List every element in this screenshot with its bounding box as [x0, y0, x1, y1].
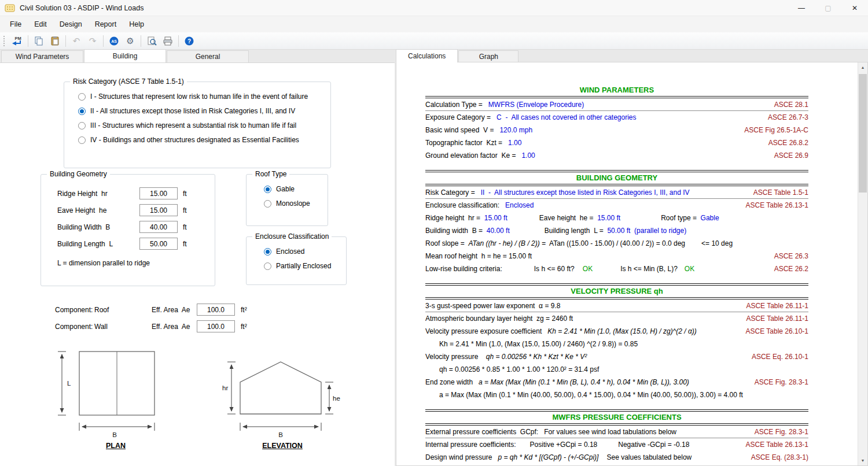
report-row-text: Basic wind speed V = 120.0 mph — [425, 126, 740, 134]
report-row: Ground elevation factor Ke = 1.00ASCE 26… — [425, 149, 808, 162]
report-row: Basic wind speed V = 120.0 mphASCE Fig 2… — [425, 124, 808, 136]
elevation-dim-he-label: he — [333, 395, 340, 402]
risk-category-options: I - Structures that represent low risk t… — [78, 93, 330, 144]
report: WIND PARAMETERSCalculation Type = MWFRS … — [425, 84, 808, 464]
field-unit: ft — [183, 223, 187, 231]
roof-type-option[interactable]: Gable — [264, 185, 328, 193]
menu-item-help[interactable]: Help — [123, 18, 150, 31]
copy-button[interactable] — [31, 34, 46, 48]
tab-wind-parameters[interactable]: Wind Parameters — [1, 50, 83, 62]
toolbar-separator — [178, 35, 179, 47]
radio-button[interactable] — [78, 122, 86, 130]
scroll-down-arrow[interactable]: ▼ — [858, 456, 867, 465]
scrollbar-thumb[interactable] — [859, 74, 867, 193]
report-row: 3-s gust-speed power law exponent α = 9.… — [425, 299, 808, 312]
menu-item-design[interactable]: Design — [53, 18, 89, 31]
enclosure-option[interactable]: Partially Enclosed — [264, 262, 346, 270]
svg-text:AS: AS — [111, 39, 117, 43]
enclosure-label: Partially Enclosed — [276, 262, 331, 270]
undo-button[interactable]: ↶ — [69, 34, 84, 48]
menu-item-edit[interactable]: Edit — [28, 18, 53, 31]
svg-text:PM: PM — [14, 36, 21, 41]
report-row-text: Kh = 2.41 * Min (1.0, (Max (15.0, 15.00)… — [439, 340, 808, 348]
paste-button[interactable] — [47, 34, 62, 48]
report-segment: End zone width — [425, 378, 479, 386]
radio-button[interactable] — [78, 136, 86, 144]
scroll-up-arrow[interactable]: ▲ — [858, 62, 867, 72]
maximize-button[interactable]: ▢ — [815, 0, 841, 16]
report-row: End zone width a = Max (Max (Min (0.1 * … — [425, 376, 808, 389]
paste-icon — [50, 36, 60, 46]
component-name: Wall — [94, 323, 152, 331]
asce-reference: ASCE 26.8.2 — [768, 139, 808, 147]
redo-button[interactable]: ↷ — [85, 34, 100, 48]
report-segment: Roof slope = — [425, 239, 468, 247]
field-input[interactable] — [139, 221, 178, 233]
pm-button[interactable]: PM — [10, 34, 25, 48]
close-button[interactable]: ✕ — [841, 0, 868, 16]
report-segment: 120.0 mph — [499, 126, 532, 134]
settings-button[interactable]: ⚙ — [123, 34, 138, 48]
area-unit: ft² — [241, 306, 247, 314]
tab-general[interactable]: General — [167, 50, 249, 62]
field-input[interactable] — [139, 187, 178, 199]
report-segment: C - All cases not covered in other categ… — [496, 113, 636, 121]
minimize-button[interactable]: — — [788, 0, 815, 16]
radio-button[interactable] — [264, 200, 271, 208]
risk-category-option[interactable]: IV - Buildings and other structures desi… — [78, 136, 330, 144]
asdip-button[interactable]: AS — [106, 34, 122, 48]
risk-category-option[interactable]: II - All structures except those listed … — [78, 107, 330, 115]
radio-button[interactable] — [264, 248, 271, 256]
print-preview-button[interactable] — [144, 34, 159, 48]
report-row: a = Max (Max (Min (0.1 * Min (40.00, 50.… — [425, 389, 808, 401]
roof-type-options: GableMonoslope — [264, 185, 328, 208]
tab-calculations[interactable]: Calculations — [396, 49, 458, 62]
field-input[interactable] — [139, 238, 178, 250]
window-title: Civil Solution 03 - ASDIP - Wind Loads — [20, 4, 144, 12]
roof-type-group-title: Roof Type — [252, 170, 289, 178]
field-label: Building Width B — [57, 223, 139, 231]
asce-reference: ASCE Fig. 28.3-1 — [755, 428, 808, 436]
help-button[interactable]: ? — [182, 34, 197, 48]
risk-category-option[interactable]: III - Structures which represent a subst… — [78, 121, 330, 130]
component-label: Component: — [55, 306, 94, 314]
report-row: Velocity pressure exposure coefficient K… — [425, 325, 808, 338]
app-icon — [5, 4, 15, 12]
tab-graph[interactable]: Graph — [458, 50, 518, 62]
elevation-diagram: hr he B — [222, 345, 343, 443]
field-input[interactable] — [139, 204, 178, 216]
effective-area-input[interactable] — [197, 304, 235, 316]
field-label: Ridge Height hr — [57, 190, 139, 198]
report-row-text: Mean roof height h = he = 15.00 ft — [425, 252, 770, 260]
undo-icon: ↶ — [73, 36, 80, 45]
tab-building[interactable]: Building — [84, 49, 166, 62]
radio-button[interactable] — [264, 186, 271, 193]
section-title: MWFRS PRESSURE COEFFICIENTS — [425, 412, 808, 423]
roof-type-option[interactable]: Monoslope — [264, 199, 328, 208]
menu-item-file[interactable]: File — [3, 18, 28, 31]
enclosure-option[interactable]: Enclosed — [264, 247, 346, 256]
print-button[interactable] — [160, 34, 175, 48]
field-label: Eave Height he — [57, 206, 139, 214]
radio-button[interactable] — [78, 93, 86, 101]
risk-category-label: IV - Buildings and other structures desi… — [90, 136, 299, 144]
asce-reference: ASCE 26.7-3 — [768, 113, 808, 121]
report-segment: Is h <= 60 ft? — [534, 265, 575, 273]
radio-button[interactable] — [264, 262, 271, 270]
report-row-text: Building width B = 40.00 ftBuilding leng… — [425, 227, 808, 235]
report-row-text: Low-rise building criteria:Is h <= 60 ft… — [425, 265, 770, 273]
risk-category-option[interactable]: I - Structures that represent low risk t… — [78, 93, 330, 101]
radio-button[interactable] — [78, 108, 86, 115]
vertical-scrollbar[interactable]: ▲ ▼ — [858, 62, 867, 465]
report-row-text: Roof slope = ATan ((hr - he) / (B / 2)) … — [425, 239, 808, 247]
enclosure-group-title: Enclosure Classification — [252, 232, 332, 241]
report-row-text: 3-s gust-speed power law exponent α = 9.… — [425, 302, 741, 310]
report-row-text: Calculation Type = MWFRS (Envelope Proce… — [425, 101, 770, 109]
menu-item-report[interactable]: Report — [89, 18, 123, 31]
risk-category-group-title: Risk Category (ASCE 7 Table 1.5-1) — [70, 77, 187, 86]
toolbar-grip — [3, 36, 6, 46]
elevation-outline — [240, 362, 321, 414]
roof-type-label: Gable — [276, 185, 295, 193]
effective-area-input[interactable] — [197, 320, 235, 332]
report-row-text: Risk Category = II - All structures exce… — [425, 188, 749, 197]
